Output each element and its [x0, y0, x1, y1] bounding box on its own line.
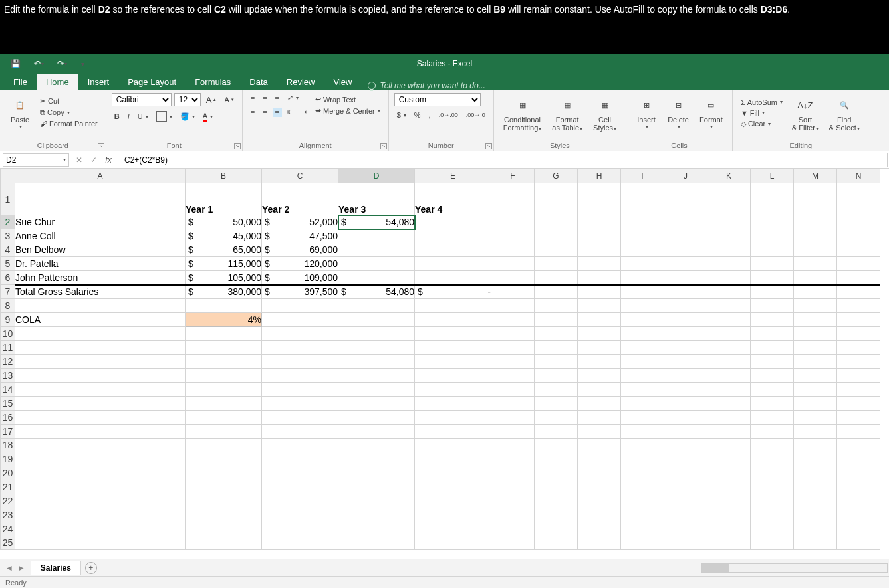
cell[interactable] [837, 271, 880, 285]
tell-me-search[interactable]: Tell me what you want to do... [361, 81, 491, 90]
cell[interactable] [15, 411, 186, 425]
redo-button[interactable]: ↷▾ [53, 58, 71, 70]
cell[interactable] [794, 494, 837, 508]
cell[interactable] [491, 508, 535, 522]
decrease-font-button[interactable]: A▾ [221, 95, 236, 104]
row-header[interactable]: 22 [1, 494, 15, 508]
cell[interactable] [707, 369, 751, 383]
cell[interactable] [621, 494, 664, 508]
align-right-button[interactable]: ≡ [273, 108, 282, 117]
cell[interactable] [535, 285, 578, 299]
tab-file[interactable]: File [4, 74, 37, 90]
cell[interactable] [535, 397, 578, 411]
cell[interactable] [707, 536, 751, 550]
cell[interactable] [751, 369, 794, 383]
cell[interactable] [262, 397, 338, 411]
cell[interactable]: $54,080 [338, 285, 415, 299]
cell[interactable] [621, 313, 664, 327]
col-header-E[interactable]: E [415, 169, 491, 183]
cell[interactable] [751, 243, 794, 257]
cell[interactable] [794, 243, 837, 257]
cell[interactable] [262, 313, 338, 327]
cell[interactable] [751, 327, 794, 341]
cell[interactable] [751, 341, 794, 355]
cell[interactable] [707, 215, 751, 229]
cell[interactable] [535, 183, 578, 215]
underline-button[interactable]: U▾ [135, 112, 151, 121]
cell[interactable] [186, 508, 262, 522]
cell[interactable] [186, 466, 262, 480]
cell[interactable] [491, 327, 535, 341]
cell[interactable] [15, 355, 186, 369]
cell[interactable] [621, 466, 664, 480]
select-all-button[interactable] [1, 169, 15, 183]
cell[interactable] [415, 257, 491, 271]
cell[interactable] [415, 355, 491, 369]
cell[interactable] [751, 183, 794, 215]
tab-pagelayout[interactable]: Page Layout [118, 74, 186, 90]
cell[interactable] [664, 369, 707, 383]
cell[interactable] [535, 341, 578, 355]
cell[interactable] [15, 383, 186, 397]
cell[interactable] [535, 411, 578, 425]
cell[interactable] [751, 536, 794, 550]
cell[interactable] [621, 299, 664, 313]
cell[interactable] [338, 522, 415, 536]
cell[interactable] [664, 215, 707, 229]
row-header[interactable]: 25 [1, 536, 15, 550]
cell[interactable] [837, 466, 880, 480]
cell[interactable]: Year 2 [262, 183, 338, 215]
cell[interactable] [415, 494, 491, 508]
cell[interactable] [578, 341, 621, 355]
cell[interactable] [262, 425, 338, 439]
row-header[interactable]: 16 [1, 411, 15, 425]
cell[interactable] [794, 522, 837, 536]
cell[interactable] [338, 536, 415, 550]
cell[interactable]: $397,500 [262, 285, 338, 299]
cell[interactable] [338, 480, 415, 494]
cell[interactable] [491, 183, 535, 215]
cell[interactable] [751, 480, 794, 494]
cell[interactable] [707, 494, 751, 508]
cell-B9[interactable]: 4% [186, 313, 262, 327]
copy-button[interactable]: ⧉Copy▾ [37, 108, 100, 118]
cell[interactable] [794, 397, 837, 411]
cell[interactable] [535, 229, 578, 243]
cell[interactable] [664, 229, 707, 243]
cell[interactable] [186, 522, 262, 536]
cell[interactable] [621, 452, 664, 466]
cell[interactable] [491, 411, 535, 425]
cell[interactable] [535, 257, 578, 271]
cell[interactable] [664, 243, 707, 257]
cell[interactable]: Year 1 [186, 183, 262, 215]
cell[interactable] [338, 508, 415, 522]
cell[interactable] [621, 215, 664, 229]
cell[interactable]: $- [415, 285, 491, 299]
tab-view[interactable]: View [324, 74, 361, 90]
tab-review[interactable]: Review [277, 74, 324, 90]
format-painter-button[interactable]: 🖌Format Painter [37, 119, 100, 128]
cell[interactable] [415, 411, 491, 425]
col-header-K[interactable]: K [707, 169, 751, 183]
cell[interactable] [837, 522, 880, 536]
cell[interactable] [415, 466, 491, 480]
row-header[interactable]: 6 [1, 271, 15, 285]
cell[interactable] [338, 341, 415, 355]
increase-decimal-button[interactable]: .0→.00 [436, 111, 461, 119]
cell[interactable]: $50,000 [186, 215, 262, 229]
cell[interactable] [707, 383, 751, 397]
tab-home[interactable]: Home [37, 74, 78, 90]
cell[interactable] [535, 508, 578, 522]
cell[interactable] [707, 439, 751, 452]
cell[interactable] [707, 355, 751, 369]
cell[interactable] [664, 341, 707, 355]
cell[interactable] [415, 243, 491, 257]
cell[interactable]: Total Gross Salaries [15, 285, 186, 299]
cell[interactable] [751, 229, 794, 243]
cell[interactable] [707, 257, 751, 271]
cell[interactable] [621, 285, 664, 299]
cell[interactable] [578, 439, 621, 452]
cell[interactable] [621, 397, 664, 411]
cell[interactable] [621, 271, 664, 285]
cell[interactable] [15, 341, 186, 355]
